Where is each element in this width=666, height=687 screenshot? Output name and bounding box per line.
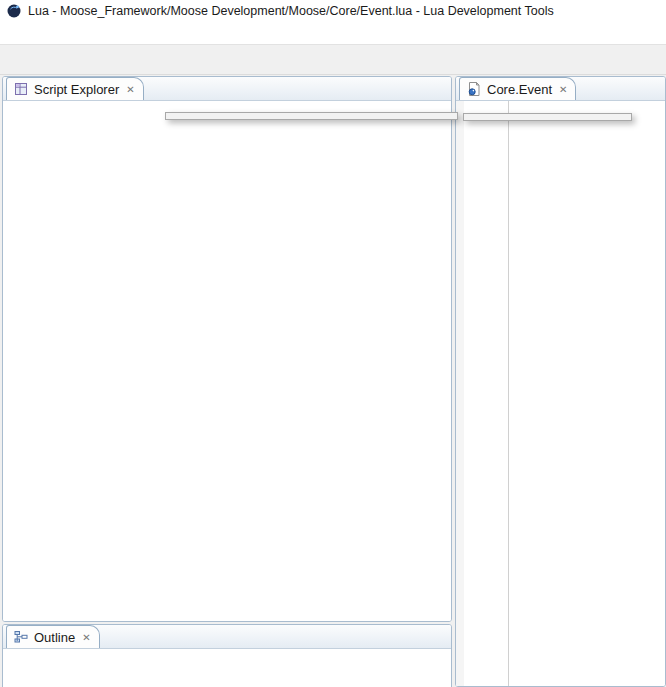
code-editor[interactable] [456,101,665,686]
tab-outline[interactable]: Outline ✕ [6,625,100,648]
editor: Core.Event ✕ [455,76,666,687]
script-explorer-view: Script Explorer ✕ [2,76,452,622]
tab-label: Core.Event [487,82,552,97]
context-menu [165,112,458,120]
app-icon [6,3,22,19]
main-toolbar [0,44,666,75]
close-icon[interactable]: ✕ [124,84,134,95]
code-area[interactable] [514,101,665,686]
project-tree [3,101,451,621]
tab-label: Outline [34,630,75,645]
editor-tab-strip: Core.Event ✕ [456,77,665,101]
outline-view: Outline ✕ [2,624,452,687]
line-number-gutter [456,101,509,686]
outline-icon [13,629,29,645]
new-submenu [463,113,632,121]
menu-bar [0,22,666,44]
lua-file-icon [466,81,482,97]
window-title: Lua - Moose_Framework/Moose Development/… [28,4,554,18]
tab-script-explorer[interactable]: Script Explorer ✕ [6,77,144,100]
close-icon[interactable]: ✕ [80,632,90,643]
title-bar: Lua - Moose_Framework/Moose Development/… [0,0,666,22]
script-explorer-icon [13,81,29,97]
tab-label: Script Explorer [34,82,119,97]
close-icon[interactable]: ✕ [557,84,567,95]
script-explorer-header: Script Explorer ✕ [3,77,451,101]
tab-core-event[interactable]: Core.Event ✕ [459,77,576,100]
outline-header: Outline ✕ [3,625,451,649]
